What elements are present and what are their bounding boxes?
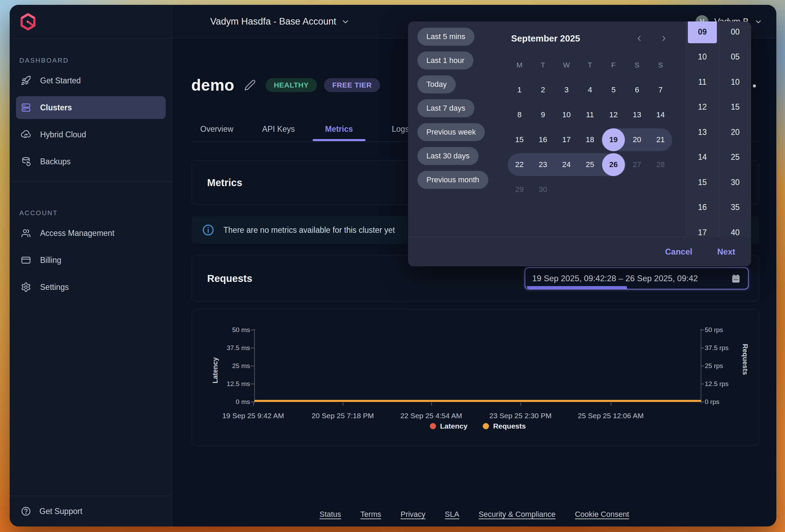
edit-pencil-icon[interactable]: [244, 79, 256, 91]
hour-option-15[interactable]: 15: [686, 170, 719, 195]
minute-option-15[interactable]: 15: [719, 95, 751, 120]
legend-item-latency[interactable]: Latency: [430, 422, 468, 430]
calendar-day-16[interactable]: 16: [531, 127, 555, 152]
sidebar-item-access-management[interactable]: Access Management: [16, 222, 166, 245]
calendar-prev-month-button[interactable]: [633, 32, 646, 45]
next-button[interactable]: Next: [717, 247, 735, 257]
calendar-day-2[interactable]: 2: [531, 77, 555, 102]
hour-option-16[interactable]: 16: [686, 195, 719, 220]
sidebar-item-settings[interactable]: Settings: [16, 276, 166, 299]
quick-range-today[interactable]: Today: [417, 75, 456, 93]
tab-api-keys[interactable]: API Keys: [262, 116, 295, 142]
minute-option-00[interactable]: 00: [719, 21, 751, 44]
calendar-day-23[interactable]: 23: [531, 152, 555, 177]
page-heading-row: demo HEALTHYFREE TIER: [191, 76, 380, 94]
calendar-week-row: 891011121314: [508, 102, 672, 127]
sidebar-divider: [10, 181, 172, 182]
minute-option-10[interactable]: 10: [719, 70, 751, 94]
hour-option-14[interactable]: 14: [686, 145, 719, 170]
calendar-day-17[interactable]: 17: [555, 127, 578, 152]
footer-link-status[interactable]: Status: [320, 510, 341, 519]
hour-option-12[interactable]: 12: [686, 95, 719, 120]
calendar-day-14[interactable]: 14: [649, 102, 672, 127]
sidebar-item-clusters[interactable]: Clusters: [16, 96, 166, 119]
right-axis-tick: 37.5 rps: [705, 344, 729, 352]
account-selector[interactable]: Vadym Hasdfa - Base Account: [210, 5, 350, 38]
footer-link-privacy[interactable]: Privacy: [400, 510, 425, 519]
sidebar-nav: DASHBOARDGet StartedClustersHybrid Cloud…: [10, 57, 172, 299]
calendar-day-10[interactable]: 10: [555, 102, 578, 127]
right-tick-mark: [701, 384, 704, 384]
footer-link-cookie-consent[interactable]: Cookie Consent: [575, 510, 629, 519]
chevron-down-icon: [341, 17, 350, 26]
sidebar-item-get-support[interactable]: Get Support: [10, 496, 172, 526]
minute-option-35[interactable]: 35: [719, 195, 751, 220]
calendar-day-1[interactable]: 1: [508, 77, 531, 102]
minute-option-30[interactable]: 30: [719, 170, 751, 195]
calendar-day-9[interactable]: 9: [531, 102, 555, 127]
sidebar-item-label: Get Started: [40, 76, 81, 85]
calendar-day-28[interactable]: 28: [649, 152, 672, 177]
x-tick-mark: [431, 403, 432, 406]
calendar-day-19[interactable]: 19: [602, 127, 625, 152]
calendar-grid: MTWTFSS123456789101112131415161718192021…: [508, 53, 672, 202]
calendar-day-4[interactable]: 4: [578, 77, 602, 102]
calendar-day-30[interactable]: 30: [531, 177, 555, 202]
sidebar-item-hybrid-cloud[interactable]: Hybrid Cloud: [16, 123, 166, 146]
quick-range-last-7-days[interactable]: Last 7 days: [417, 99, 474, 117]
calendar-day-15[interactable]: 15: [508, 127, 531, 152]
quick-range-last-5-mins[interactable]: Last 5 mins: [417, 28, 474, 46]
info-icon: [202, 224, 214, 236]
hour-option-11[interactable]: 11: [686, 70, 719, 94]
servers-icon: [21, 102, 31, 113]
weekday-label: S: [625, 53, 649, 77]
calendar-day-12[interactable]: 12: [602, 102, 625, 127]
calendar-icon[interactable]: [731, 273, 741, 284]
calendar-day-5[interactable]: 5: [602, 77, 625, 102]
hour-option-10[interactable]: 10: [686, 45, 719, 70]
calendar-day-18[interactable]: 18: [578, 127, 602, 152]
tab-overview[interactable]: Overview: [200, 116, 233, 142]
tab-logs[interactable]: Logs: [392, 116, 409, 142]
quick-range-previous-month[interactable]: Previous month: [417, 171, 488, 189]
left-axis-tick: 37.5 ms: [227, 344, 250, 352]
footer-link-sla[interactable]: SLA: [445, 510, 459, 519]
calendar-day-22[interactable]: 22: [508, 152, 531, 177]
calendar-day-20[interactable]: 20: [625, 127, 649, 152]
right-axis-tick: 50 rps: [705, 326, 723, 334]
calendar-day-6[interactable]: 6: [625, 77, 649, 102]
minute-option-25[interactable]: 25: [719, 145, 751, 170]
sidebar-item-get-started[interactable]: Get Started: [16, 69, 166, 92]
quick-range-previous-week[interactable]: Previous week: [417, 123, 485, 141]
calendar-day-24[interactable]: 24: [555, 152, 578, 177]
calendar-day-29[interactable]: 29: [508, 177, 531, 202]
calendar-next-month-button[interactable]: [657, 32, 670, 45]
calendar-month-label: September 2025: [511, 33, 580, 44]
calendar-day-27[interactable]: 27: [625, 152, 649, 177]
footer-link-security-compliance[interactable]: Security & Compliance: [479, 510, 556, 519]
legend-item-requests[interactable]: Requests: [483, 422, 526, 430]
calendar-day-7[interactable]: 7: [649, 77, 672, 102]
calendar-day-3[interactable]: 3: [555, 77, 578, 102]
minute-option-20[interactable]: 20: [719, 120, 751, 145]
sidebar-item-billing[interactable]: Billing: [16, 249, 166, 272]
footer-link-terms[interactable]: Terms: [360, 510, 381, 519]
date-range-input[interactable]: 19 Sep 2025, 09:42:28 – 26 Sep 2025, 09:…: [525, 267, 749, 290]
calendar-day-11[interactable]: 11: [578, 102, 602, 127]
calendar-week-row: 15161718192021: [508, 127, 672, 152]
quick-range-last-1-hour[interactable]: Last 1 hour: [417, 52, 473, 70]
minute-option-05[interactable]: 05: [719, 45, 751, 70]
calendar-day-25[interactable]: 25: [578, 152, 602, 177]
calendar-day-21[interactable]: 21: [649, 127, 672, 152]
hour-option-13[interactable]: 13: [686, 120, 719, 145]
cancel-button[interactable]: Cancel: [665, 247, 692, 257]
calendar-day-13[interactable]: 13: [625, 102, 649, 127]
sidebar-item-backups[interactable]: Backups: [16, 150, 166, 173]
calendar-day-8[interactable]: 8: [508, 102, 531, 127]
overflow-menu-dot-icon: [753, 84, 756, 88]
calendar-week-row: 1234567: [508, 77, 672, 102]
calendar-day-26[interactable]: 26: [602, 152, 625, 177]
quick-range-last-30-days[interactable]: Last 30 days: [417, 147, 479, 165]
hour-option-09[interactable]: 09: [686, 21, 719, 44]
tab-metrics[interactable]: Metrics: [325, 116, 353, 142]
